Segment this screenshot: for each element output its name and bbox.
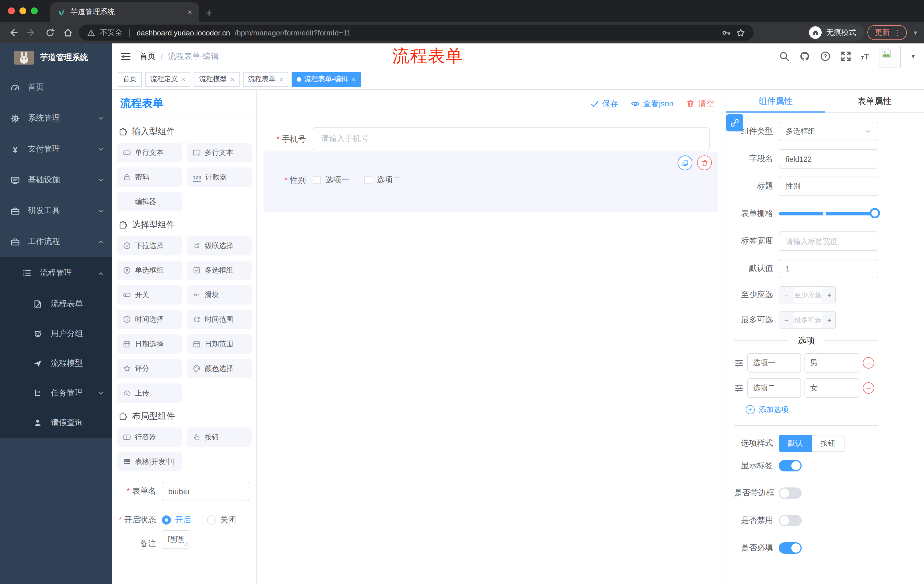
palette-item-editor[interactable]: 编辑器 xyxy=(117,192,182,211)
tab-form-props[interactable]: 表单属性 xyxy=(825,90,924,112)
window-zoom-button[interactable] xyxy=(31,7,38,14)
style-button-button[interactable]: 按钮 xyxy=(812,435,845,452)
canvas-body[interactable]: 手机号 请输入手机号 xyxy=(257,118,726,584)
max-select-value[interactable]: 最多可选 xyxy=(794,312,822,328)
selected-component-gender[interactable]: 性别 选项一 选项二 xyxy=(264,151,718,212)
tag-process-model[interactable]: 流程模型× xyxy=(194,72,239,87)
component-type-select[interactable]: 多选框组 xyxy=(779,122,878,141)
key-icon[interactable] xyxy=(722,28,731,38)
address-bar[interactable]: 不安全 dashboard.yudao.iocoder.cn/bpm/manag… xyxy=(79,25,754,41)
drag-handle-icon[interactable] xyxy=(734,358,744,368)
data-binding-link-button[interactable] xyxy=(726,114,743,132)
tag-process-form[interactable]: 流程表单× xyxy=(243,72,289,87)
remove-option-button[interactable]: − xyxy=(863,382,874,394)
tag-home[interactable]: 首页 xyxy=(118,72,142,87)
save-button[interactable]: 保存 xyxy=(591,99,619,109)
github-icon[interactable] xyxy=(799,51,810,62)
checkbox-unchecked-icon[interactable] xyxy=(364,176,372,184)
window-minimize-button[interactable] xyxy=(20,7,26,14)
new-tab-button[interactable]: + xyxy=(206,7,212,18)
palette-item-table[interactable]: 表格[开发中] xyxy=(117,452,182,471)
copy-component-button[interactable] xyxy=(678,155,693,170)
sidebar-item-infra[interactable]: 基础设施 xyxy=(0,165,112,196)
help-icon[interactable]: ? xyxy=(820,51,831,62)
add-option-button[interactable]: + 添加选项 xyxy=(746,405,878,415)
plus-button[interactable]: + xyxy=(822,287,836,303)
clear-button[interactable]: 清空 xyxy=(686,99,714,109)
palette-item-cascader[interactable]: 级联选择 xyxy=(187,236,252,255)
option-label-input[interactable] xyxy=(747,378,801,398)
palette-item-select[interactable]: 下拉选择 xyxy=(117,236,182,255)
title-input[interactable] xyxy=(779,176,878,196)
sidebar-item-process-manage[interactable]: 流程管理 xyxy=(0,257,112,289)
field-name-input[interactable] xyxy=(779,149,878,169)
palette-item-radio-group[interactable]: 单选框组 xyxy=(117,261,182,280)
home-icon[interactable] xyxy=(61,25,76,40)
palette-item-slider[interactable]: 滑块 xyxy=(187,285,252,304)
palette-scroll[interactable]: 输入型组件 单行文本 多行文本 xyxy=(112,117,256,584)
border-toggle[interactable] xyxy=(779,487,802,499)
close-icon[interactable]: × xyxy=(352,76,356,82)
label-width-input[interactable] xyxy=(779,232,878,251)
resize-handle-icon[interactable] xyxy=(183,542,189,547)
forward-icon[interactable] xyxy=(24,25,39,40)
show-label-toggle[interactable] xyxy=(779,460,802,471)
tag-process-form-edit[interactable]: 流程表单-编辑× xyxy=(292,72,361,87)
palette-item-textarea[interactable]: 多行文本 xyxy=(187,143,252,162)
status-radio-off[interactable]: 关闭 xyxy=(207,515,236,525)
close-icon[interactable]: × xyxy=(280,76,283,82)
gender-option-2[interactable]: 选项二 xyxy=(364,175,401,185)
sidebar-item-home[interactable]: 首页 xyxy=(0,72,112,103)
form-grid-slider[interactable] xyxy=(779,212,878,216)
browser-update-button[interactable]: 更新 ⋮ xyxy=(867,25,907,40)
app-logo[interactable]: 芋道管理系统 xyxy=(0,43,112,72)
sidebar-collapse-icon[interactable] xyxy=(120,51,132,62)
minus-button[interactable]: − xyxy=(779,287,794,303)
reload-icon[interactable] xyxy=(42,25,57,40)
palette-item-switch[interactable]: 开关 xyxy=(117,285,182,304)
browser-menu-icon[interactable]: ⋮ xyxy=(894,28,901,37)
view-json-button[interactable]: 查看json xyxy=(631,99,673,109)
palette-item-button[interactable]: 按钮 xyxy=(187,428,252,447)
bookmark-star-icon[interactable] xyxy=(736,28,746,38)
chevron-down-icon[interactable]: ▼ xyxy=(912,30,918,36)
gender-option-1[interactable]: 选项一 xyxy=(313,175,349,185)
sidebar-item-process-model[interactable]: 流程模型 xyxy=(0,349,112,378)
security-warning-icon[interactable] xyxy=(87,28,96,37)
back-icon[interactable] xyxy=(6,25,21,40)
status-radio-on[interactable]: 开启 xyxy=(162,515,191,525)
close-icon[interactable]: × xyxy=(231,76,234,82)
breadcrumb-home[interactable]: 首页 xyxy=(140,51,155,61)
sidebar-item-user-group[interactable]: 用户分组 xyxy=(0,319,112,349)
option-value-input[interactable] xyxy=(805,378,860,398)
tab-component-props[interactable]: 组件属性 xyxy=(726,90,825,112)
sidebar-item-workflow[interactable]: 工作流程 xyxy=(0,226,112,257)
tag-process-definition[interactable]: 流程定义× xyxy=(145,72,191,87)
minus-button[interactable]: − xyxy=(779,312,794,328)
palette-item-rate[interactable]: 评分 xyxy=(117,359,182,378)
avatar[interactable] xyxy=(879,45,901,67)
sidebar-item-task-manage[interactable]: 任务管理 xyxy=(0,378,112,408)
palette-item-date-picker[interactable]: 日期选择 xyxy=(117,334,182,354)
close-icon[interactable]: × xyxy=(182,76,186,82)
remove-option-button[interactable]: − xyxy=(863,357,874,368)
required-toggle[interactable] xyxy=(779,542,802,554)
fullscreen-icon[interactable] xyxy=(840,51,851,62)
canvas-field-phone[interactable]: 手机号 请输入手机号 xyxy=(264,127,718,150)
drag-handle-icon[interactable] xyxy=(734,383,744,393)
sidebar-item-leave-query[interactable]: 请假查询 xyxy=(0,408,112,438)
style-default-button[interactable]: 默认 xyxy=(779,435,812,452)
form-name-input[interactable] xyxy=(162,482,249,501)
sidebar-item-process-form[interactable]: 流程表单 xyxy=(0,289,112,319)
delete-component-button[interactable] xyxy=(697,155,712,170)
palette-item-color-picker[interactable]: 颜色选择 xyxy=(187,359,252,378)
sidebar-item-system[interactable]: 系统管理 xyxy=(0,103,112,134)
palette-item-time-picker[interactable]: 时间选择 xyxy=(117,310,182,329)
slider-handle[interactable] xyxy=(870,208,880,218)
browser-tab[interactable]: 芋道管理系统 × xyxy=(50,2,199,22)
palette-item-counter[interactable]: 123 计数器 xyxy=(187,168,252,187)
palette-item-row-container[interactable]: 行容器 xyxy=(117,428,182,447)
disabled-toggle[interactable] xyxy=(779,515,802,526)
font-size-icon[interactable]: тT xyxy=(861,51,869,61)
palette-item-checkbox-group[interactable]: 多选框组 xyxy=(187,261,252,280)
